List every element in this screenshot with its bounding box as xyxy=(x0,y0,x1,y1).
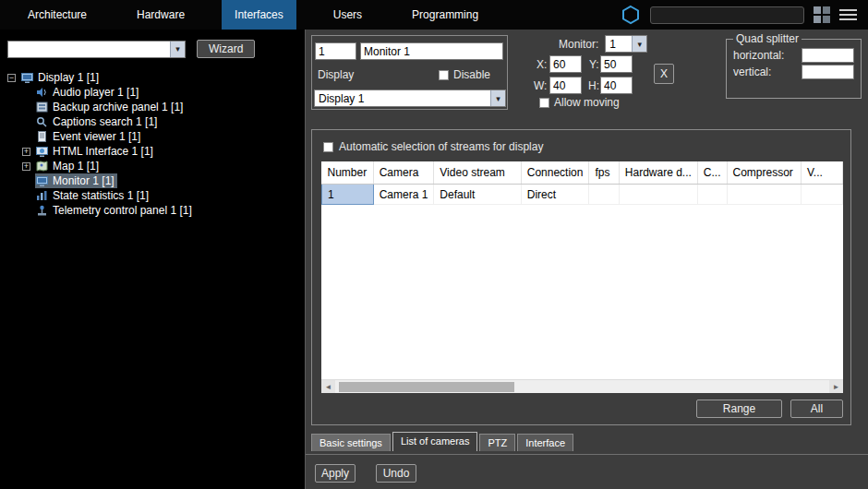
action-buttons: Apply Undo xyxy=(315,464,416,483)
table-cell[interactable] xyxy=(801,185,842,205)
camera-list-panel: Automatic selection of streams for displ… xyxy=(311,129,851,425)
column-header[interactable]: V... xyxy=(801,161,842,185)
close-monitor-button[interactable]: X xyxy=(654,64,674,84)
monitor-number-label: Monitor: xyxy=(559,38,598,51)
expand-icon[interactable]: + xyxy=(22,148,30,156)
tab-architecture[interactable]: Architecture xyxy=(15,0,100,30)
column-header[interactable]: Camera xyxy=(373,161,434,185)
auto-streams-checkbox[interactable] xyxy=(323,142,333,152)
tree-item[interactable]: Captions search 1 [1] xyxy=(0,114,305,129)
tab-hardware[interactable]: Hardware xyxy=(124,0,198,30)
disable-checkbox[interactable]: Disable xyxy=(439,68,490,81)
disable-checkbox-box[interactable] xyxy=(439,70,449,80)
allow-moving-checkbox-box[interactable] xyxy=(539,98,549,108)
h-input[interactable] xyxy=(600,77,633,94)
tree-item[interactable]: Backup archive panel 1 [1] xyxy=(0,100,305,114)
tree-item[interactable]: −Display 1 [1] xyxy=(0,70,305,85)
table-cell[interactable] xyxy=(727,185,801,205)
all-button[interactable]: All xyxy=(790,400,843,418)
topbar-right xyxy=(621,5,868,25)
quad-vertical-input[interactable] xyxy=(802,65,854,79)
table-row[interactable]: 1Camera 1DefaultDirect xyxy=(322,185,843,205)
chevron-down-icon[interactable]: ▾ xyxy=(170,42,185,57)
scroll-right-icon[interactable]: ► xyxy=(829,380,843,393)
tree-item[interactable]: Monitor 1 [1] xyxy=(0,173,305,188)
collapse-icon[interactable]: − xyxy=(7,74,16,82)
tree-item[interactable]: +HTML Interface 1 [1] xyxy=(0,144,305,159)
monitor-name-input[interactable] xyxy=(360,42,503,60)
table-cell[interactable]: Direct xyxy=(521,185,589,205)
tree-item[interactable]: State statistics 1 [1] xyxy=(0,188,305,203)
tab-programming[interactable]: Programming xyxy=(399,0,491,30)
wizard-button[interactable]: Wizard xyxy=(197,40,255,58)
sidebar: ▾ Wizard −Display 1 [1]Audio player 1 [1… xyxy=(0,30,305,489)
tab-basic-settings[interactable]: Basic settings xyxy=(311,434,391,451)
tree-item-label: Telemetry control panel 1 [1] xyxy=(53,204,192,217)
table-cell[interactable] xyxy=(589,185,619,205)
monitor-id-input[interactable] xyxy=(315,42,356,60)
tree-item[interactable]: +Map 1 [1] xyxy=(0,159,305,173)
main-panel: Display Disable Display 1 ▾ Monitor: 1 ▾… xyxy=(305,30,868,489)
x-input[interactable] xyxy=(549,55,582,73)
disable-label: Disable xyxy=(453,68,490,81)
scrollbar-track[interactable] xyxy=(335,380,829,393)
column-header[interactable]: Connection xyxy=(521,161,589,185)
quad-splitter-group: Quad splitter horizontal: vertical: xyxy=(726,32,862,99)
display-select[interactable]: Display 1 ▾ xyxy=(314,89,506,107)
monitor-number-select[interactable]: 1 ▾ xyxy=(605,35,647,53)
column-header[interactable]: fps xyxy=(589,161,619,185)
column-header[interactable]: C... xyxy=(697,161,727,185)
table-cell[interactable]: Camera 1 xyxy=(373,185,434,205)
table-cell[interactable] xyxy=(619,185,697,205)
allow-moving-label: Allow moving xyxy=(554,96,620,109)
grid-view-icon[interactable] xyxy=(814,6,830,23)
quad-horizontal-input[interactable] xyxy=(802,48,854,63)
expand-icon[interactable]: + xyxy=(22,162,30,171)
allow-moving-checkbox[interactable]: Allow moving xyxy=(539,96,620,109)
w-input[interactable] xyxy=(549,77,582,94)
tab-users[interactable]: Users xyxy=(320,0,375,30)
chevron-down-icon[interactable]: ▾ xyxy=(632,36,646,52)
hamburger-menu-icon[interactable] xyxy=(839,9,857,20)
y-label: Y: xyxy=(589,58,599,71)
column-header[interactable]: Number xyxy=(322,161,374,185)
telemetry-icon xyxy=(35,205,49,217)
display-select-value: Display 1 xyxy=(315,92,490,105)
state-statistics-icon xyxy=(35,190,49,202)
chevron-down-icon[interactable]: ▾ xyxy=(490,90,505,106)
column-header[interactable]: Hardware d... xyxy=(619,161,697,185)
sidebar-toolbar: ▾ Wizard xyxy=(0,30,305,58)
tree-item[interactable]: Event viewer 1 [1] xyxy=(0,129,305,144)
apply-button[interactable]: Apply xyxy=(315,464,356,483)
range-button[interactable]: Range xyxy=(696,400,782,418)
nav-tabs: ArchitectureHardwareInterfacesUsersProgr… xyxy=(0,0,515,30)
tree-item[interactable]: Audio player 1 [1] xyxy=(0,85,305,100)
separator-line xyxy=(306,454,868,455)
captions-search-icon xyxy=(35,116,49,128)
column-header[interactable]: Compressor xyxy=(727,161,801,185)
column-header[interactable]: Video stream xyxy=(434,161,521,185)
w-label: W: xyxy=(534,79,547,92)
scrollbar-thumb[interactable] xyxy=(339,382,514,392)
table-cell[interactable]: 1 xyxy=(322,185,374,205)
tab-list-of-cameras[interactable]: List of cameras xyxy=(392,432,478,451)
horizontal-scrollbar[interactable]: ◄ ► xyxy=(321,379,843,393)
tab-interfaces[interactable]: Interfaces xyxy=(222,0,296,30)
auto-streams-label: Automatic selection of streams for displ… xyxy=(339,140,543,153)
tree-item-label: Monitor 1 [1] xyxy=(53,174,115,187)
monitor-number-value: 1 xyxy=(606,38,632,51)
y-input[interactable] xyxy=(600,55,633,73)
tree-item-label: Event viewer 1 [1] xyxy=(53,130,140,143)
undo-button[interactable]: Undo xyxy=(376,464,416,483)
x-label: X: xyxy=(536,58,547,71)
tab-ptz[interactable]: PTZ xyxy=(479,434,515,451)
table-cell[interactable]: Default xyxy=(434,185,521,205)
table-cell[interactable] xyxy=(697,185,727,205)
top-navigation-bar: ArchitectureHardwareInterfacesUsersProgr… xyxy=(0,0,868,30)
scroll-left-icon[interactable]: ◄ xyxy=(321,380,335,393)
object-filter-select[interactable]: ▾ xyxy=(7,41,186,58)
search-input[interactable] xyxy=(650,6,804,24)
camera-table-body: 1Camera 1DefaultDirect xyxy=(322,185,843,205)
tab-interface[interactable]: Interface xyxy=(517,434,573,451)
tree-item[interactable]: Telemetry control panel 1 [1] xyxy=(0,203,305,218)
